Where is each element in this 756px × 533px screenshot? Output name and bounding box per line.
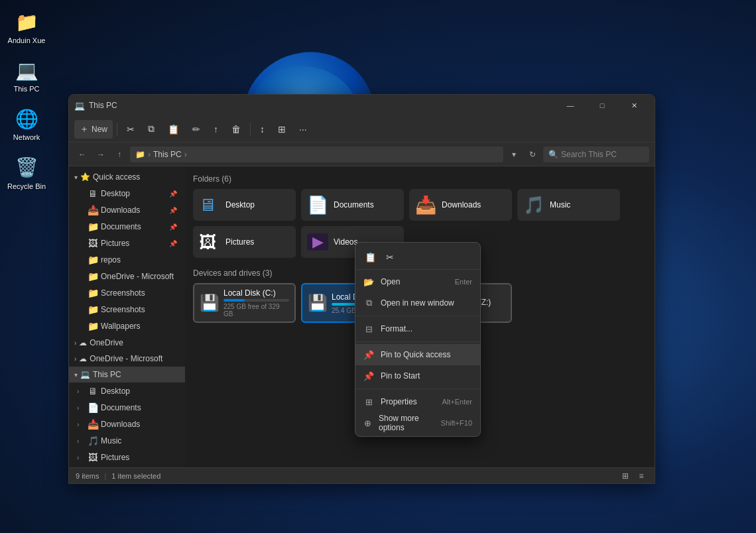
documents-icon-sb: 📁 <box>88 221 98 232</box>
more-icon: ··· <box>299 124 307 135</box>
ctx-copy-btn[interactable]: 📋 <box>361 248 379 266</box>
sidebar-item-wallpapers[interactable]: 📁 Wallpapers <box>72 318 182 334</box>
folder-videos-name: Videos <box>334 237 357 247</box>
downloads-icon-sb: 📥 <box>88 205 98 215</box>
wallpapers-label: Wallpapers <box>101 322 141 331</box>
sidebar-item-screenshots1[interactable]: 📁 Screenshots <box>72 285 182 301</box>
new-button[interactable]: ＋ New <box>74 120 113 139</box>
up-button[interactable]: ↑ <box>111 147 127 162</box>
desktop-icon-network[interactable]: 🌐 Network <box>3 103 50 145</box>
delete-button[interactable]: 🗑 <box>226 120 246 139</box>
drive-item-c[interactable]: 💾 Local Disk (C:) 225 GB free of 329 GB <box>193 283 296 323</box>
sidebar-item-onedrive-ms[interactable]: 📁 OneDrive - Microsoft <box>72 268 182 284</box>
ctx-open-shortcut: Enter <box>455 278 472 286</box>
folder-pictures-icon: 🖼 <box>199 232 220 253</box>
sidebar-item-downloads2[interactable]: › 📥 Downloads <box>72 416 182 432</box>
folder-desktop-name: Desktop <box>225 200 255 209</box>
dropdown-button[interactable]: ▾ <box>506 147 522 162</box>
ctx-more-shortcut: Shift+F10 <box>441 419 472 427</box>
ctx-show-more[interactable]: ⊕ Show more options Shift+F10 <box>355 412 480 434</box>
address-path[interactable]: 📁 › This PC › <box>130 147 503 162</box>
sidebar-item-documents[interactable]: 📁 Documents 📌 <box>72 219 182 235</box>
sidebar-item-downloads[interactable]: 📥 Downloads 📌 <box>72 202 182 218</box>
sidebar-onedrive-ms-header[interactable]: › ☁ OneDrive - Microsoft <box>69 351 185 367</box>
sidebar-item-desktop2[interactable]: › 🖥 Desktop <box>72 383 182 399</box>
sidebar-item-repos[interactable]: 📁 repos <box>72 252 182 268</box>
onedrive-label: OneDrive <box>90 338 123 347</box>
sidebar-item-pictures2[interactable]: › 🖼 Pictures <box>72 449 182 465</box>
pictures-icon-sb: 🖼 <box>88 238 98 249</box>
music-label: Music <box>101 436 121 445</box>
sidebar-quick-access-header[interactable]: ▾ ⭐ Quick access <box>69 169 185 185</box>
pics2-label: Pictures <box>101 453 129 462</box>
sidebar-this-pc-header[interactable]: ▾ 💻 This PC <box>69 367 185 383</box>
grid-view-button[interactable]: ⊞ <box>619 469 632 483</box>
ctx-properties[interactable]: ⊞ Properties Alt+Enter <box>355 391 480 412</box>
sidebar-item-screenshots2[interactable]: 📁 Screenshots <box>72 302 182 318</box>
documents-pin-icon: 📌 <box>169 223 177 231</box>
back-button[interactable]: ← <box>74 147 90 162</box>
ctx-pin-start-icon: 📌 <box>363 371 374 381</box>
ctx-separator-3 <box>355 388 480 389</box>
share-button[interactable]: ↑ <box>208 120 223 139</box>
folder-downloads-name: Downloads <box>442 200 481 209</box>
sidebar-item-music[interactable]: › 🎵 Music <box>72 433 182 449</box>
desktop-icon-this-pc[interactable]: 💻 This PC <box>3 55 50 97</box>
ctx-pin-start[interactable]: 📌 Pin to Start <box>355 365 480 386</box>
ctx-open-new-icon: ⧉ <box>363 298 374 308</box>
window-title: This PC <box>89 101 555 110</box>
ctx-cut-btn[interactable]: ✂ <box>381 248 399 266</box>
desktop2-label: Desktop <box>101 386 130 396</box>
delete-icon: 🗑 <box>231 124 241 135</box>
ctx-open-new-window[interactable]: ⧉ Open in new window <box>355 292 480 314</box>
sidebar-item-desktop[interactable]: 🖥 Desktop 📌 <box>72 186 182 202</box>
sort-icon: ↕ <box>260 124 265 135</box>
maximize-button[interactable]: □ <box>587 95 617 116</box>
folder-item-music[interactable]: 🎵 Music <box>517 189 620 221</box>
forward-button[interactable]: → <box>93 147 109 162</box>
desktop2-icon: 🖥 <box>88 386 98 396</box>
toolbar-separator-1 <box>117 123 117 136</box>
search-box[interactable]: 🔍 Search This PC <box>543 147 649 162</box>
ctx-more-label: Show more options <box>379 414 434 432</box>
onedrive-ms-nav-label: OneDrive - Microsoft <box>90 354 162 363</box>
ctx-pin-start-label: Pin to Start <box>381 371 420 381</box>
desktop-icon-recycle-bin[interactable]: 🗑️ Recycle Bin <box>3 152 50 194</box>
paste-button[interactable]: 📋 <box>162 120 184 139</box>
rename-button[interactable]: ✏ <box>187 120 206 139</box>
folder-videos-icon: ▶ <box>307 233 328 251</box>
folder-item-pictures[interactable]: 🖼 Pictures <box>193 226 296 258</box>
cut-icon: ✂ <box>127 124 135 135</box>
wallpapers-icon: 📁 <box>88 321 98 331</box>
view-button[interactable]: ⊞ <box>273 120 291 139</box>
ctx-open[interactable]: 📂 Open Enter <box>355 271 480 292</box>
context-menu-toolbar: 📋 ✂ <box>355 245 480 270</box>
docs2-label: Documents <box>101 403 141 412</box>
dl2-label: Downloads <box>101 420 140 429</box>
recycle-bin-icon: 🗑️ <box>15 156 38 180</box>
ctx-open-icon: 📂 <box>363 277 374 287</box>
close-button[interactable]: ✕ <box>619 95 649 116</box>
folder-music-name: Music <box>550 200 570 209</box>
sidebar-onedrive-header[interactable]: › ☁ OneDrive <box>69 335 185 351</box>
ctx-props-shortcut: Alt+Enter <box>442 398 472 406</box>
folder-item-desktop[interactable]: 🖥 Desktop <box>193 189 296 221</box>
sidebar-item-documents2[interactable]: › 📄 Documents <box>72 400 182 416</box>
cut-button[interactable]: ✂ <box>121 120 140 139</box>
desktop-icon-anduin[interactable]: 📁 Anduin Xue <box>3 7 50 48</box>
folder-item-documents[interactable]: 📄 Documents <box>301 189 404 221</box>
ctx-pin-quick-access[interactable]: 📌 Pin to Quick access <box>355 344 480 365</box>
refresh-button[interactable]: ↻ <box>525 147 540 162</box>
sort-button[interactable]: ↕ <box>255 120 270 139</box>
drive-c-icon: 💾 <box>200 294 218 312</box>
search-placeholder: Search This PC <box>561 150 617 159</box>
folder-item-downloads[interactable]: 📥 Downloads <box>409 189 512 221</box>
ctx-format[interactable]: ⊟ Format... <box>355 318 480 339</box>
sidebar-item-pictures[interactable]: 🖼 Pictures 📌 <box>72 235 182 251</box>
copy-button[interactable]: ⧉ <box>143 120 160 139</box>
more-button[interactable]: ··· <box>294 120 312 139</box>
minimize-button[interactable]: — <box>555 95 586 116</box>
repos-label: repos <box>101 255 121 265</box>
list-view-button[interactable]: ≡ <box>635 469 648 483</box>
this-pc-icon: 💻 <box>15 58 38 82</box>
